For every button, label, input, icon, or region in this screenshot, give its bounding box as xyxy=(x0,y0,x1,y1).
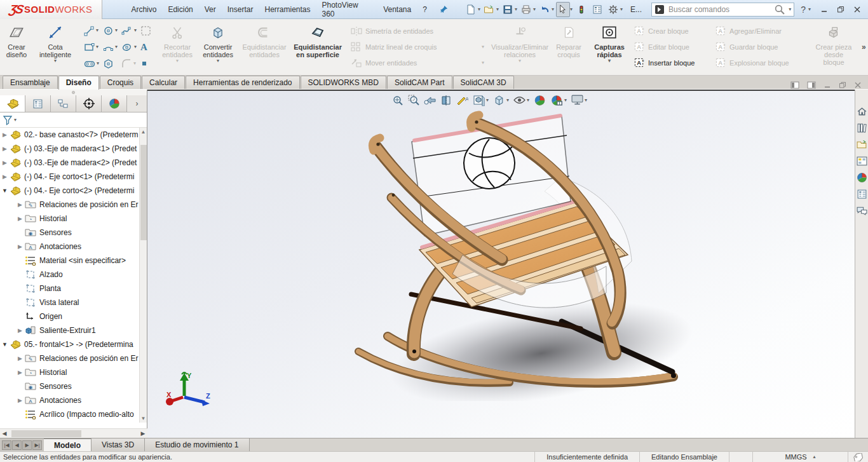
arc-caret[interactable]: ▾ xyxy=(115,44,118,50)
save-button[interactable] xyxy=(501,2,515,17)
tree-expander-icon[interactable]: ▶ xyxy=(15,215,25,222)
search-caret[interactable]: ▾ xyxy=(789,7,791,12)
undo-caret[interactable]: ▾ xyxy=(552,7,554,12)
vscroll-thumb[interactable] xyxy=(140,145,147,240)
propertymanager-tab[interactable] xyxy=(25,95,51,112)
options-gear-button[interactable] xyxy=(606,2,620,17)
filter-funnel-icon[interactable] xyxy=(3,115,13,125)
tab-ensamblaje[interactable]: Ensamblaje xyxy=(3,76,58,89)
appearances-scenes-icon[interactable] xyxy=(857,172,867,183)
undo-button[interactable] xyxy=(538,2,552,17)
text-tool[interactable]: A xyxy=(140,42,147,53)
ellipse-caret[interactable]: ▾ xyxy=(134,44,137,50)
tag-icon[interactable] xyxy=(848,452,868,462)
convertir-entidades-button[interactable]: Convertir entidades ▾ xyxy=(197,19,239,75)
slot-tool[interactable] xyxy=(84,58,95,69)
tree-filter-row[interactable]: ▾ xyxy=(0,112,147,128)
rebuild-traffic-light-button[interactable] xyxy=(574,2,588,17)
tree-expander-icon[interactable]: ▶ xyxy=(0,146,10,152)
tree-expander-icon[interactable]: ▶ xyxy=(0,173,10,180)
scroll-right-icon[interactable]: ▶ xyxy=(139,430,147,437)
first-tab-button[interactable]: |◀ xyxy=(2,440,11,450)
pane-right-icon[interactable] xyxy=(807,81,816,89)
tree-horizontal-scrollbar[interactable]: ◀ ▶ xyxy=(0,428,147,438)
menu-ventana[interactable]: Ventana xyxy=(377,0,417,18)
capturas-rapidas-button[interactable]: Capturas rápidas ▾ xyxy=(590,19,629,75)
line-tool[interactable] xyxy=(84,25,95,36)
units-caret[interactable]: ▴ xyxy=(813,454,816,459)
overflow-item[interactable]: E... xyxy=(625,5,648,14)
polygon-tool[interactable] xyxy=(103,58,114,69)
cradle-3d-model[interactable] xyxy=(351,102,694,401)
tab-modelo[interactable]: Modelo xyxy=(44,438,92,451)
close-button[interactable] xyxy=(849,3,865,17)
minimize-button[interactable] xyxy=(816,3,832,17)
forum-icon[interactable] xyxy=(857,205,867,216)
units-selector[interactable]: MMGS ▴ xyxy=(752,452,848,462)
pin-menu-icon[interactable] xyxy=(439,4,449,14)
help-icon[interactable]: ? xyxy=(798,0,808,18)
tree-expander-icon[interactable]: ▼ xyxy=(0,187,10,194)
tree-item[interactable]: ▶AAnotaciones xyxy=(0,240,140,254)
graphics-viewport[interactable]: A ▾ ▾ ▾ ▾ ▾ xyxy=(147,90,855,438)
tree-item[interactable]: Origen xyxy=(0,309,140,323)
panel-splitter[interactable] xyxy=(0,90,147,95)
tab-solidcam-3d[interactable]: SolidCAM 3D xyxy=(453,76,514,89)
tree-item[interactable]: ◉Sensores xyxy=(0,226,140,240)
equidistanciar-superficie-button[interactable]: Equidistanciar en superficie xyxy=(290,19,346,75)
arc-tool[interactable] xyxy=(103,42,114,53)
tree-item[interactable]: ▶02.- base canasto<7> (Predeterm xyxy=(0,128,140,142)
save-caret[interactable]: ▾ xyxy=(515,7,517,12)
point-tool[interactable] xyxy=(140,60,148,67)
dimxpertmanager-tab[interactable] xyxy=(76,95,102,112)
scroll-up-icon[interactable]: ▲ xyxy=(141,128,146,136)
cota-caret[interactable]: ▾ xyxy=(54,58,57,64)
tab-calcular[interactable]: Calcular xyxy=(142,76,185,89)
menu-help[interactable]: ? xyxy=(417,0,433,18)
tab-estudio-movimiento[interactable]: Estudio de movimiento 1 xyxy=(145,438,249,451)
tree-item[interactable]: ▶(-) 03.-Eje de madera<1> (Predet xyxy=(0,142,140,156)
help-caret[interactable]: ▾ xyxy=(808,7,811,12)
tab-solidworks-mbd[interactable]: SOLIDWORKS MBD xyxy=(301,76,386,89)
tab-croquis[interactable]: Croquis xyxy=(100,76,141,89)
tree-expander-icon[interactable]: ▶ xyxy=(0,160,10,166)
select-cursor-button[interactable] xyxy=(556,2,570,17)
doc-close-button[interactable] xyxy=(854,81,862,89)
tree-item[interactable]: Alzado xyxy=(0,268,140,282)
tree-expander-icon[interactable]: ▶ xyxy=(15,369,25,376)
doc-restore-button[interactable] xyxy=(839,81,846,89)
tab-vistas-3d[interactable]: Vistas 3D xyxy=(92,438,145,451)
tab-renderizado[interactable]: Herramientas de renderizado xyxy=(186,76,299,89)
menu-edicion[interactable]: Edición xyxy=(162,0,198,18)
tab-diseno[interactable]: Diseño xyxy=(58,76,99,90)
pane-left-icon[interactable] xyxy=(790,81,799,89)
doc-minimize-button[interactable] xyxy=(824,81,831,89)
tree-item[interactable]: ▶(-) 04.- Eje corto<1> (Predetermi xyxy=(0,170,140,184)
open-caret[interactable]: ▾ xyxy=(496,7,499,12)
panel-tabs-expand-icon[interactable]: › xyxy=(127,95,147,112)
view-palette-icon[interactable] xyxy=(857,156,867,166)
tree-item[interactable]: ◉Sensores xyxy=(0,379,140,393)
tree-item[interactable]: ▶✎Relaciones de posición en Er xyxy=(0,198,140,212)
featuremanager-tab[interactable] xyxy=(0,95,25,112)
home-icon[interactable] xyxy=(857,106,867,117)
tab-solidcam-part[interactable]: SolidCAM Part xyxy=(387,76,452,89)
menu-photoview[interactable]: PhotoView 360 xyxy=(316,0,378,18)
tree-item[interactable]: ▶✎Relaciones de posición en Er xyxy=(0,351,140,365)
tree-expander-icon[interactable]: ▶ xyxy=(15,327,25,334)
scroll-left-icon[interactable]: ◀ xyxy=(0,430,9,437)
filter-caret[interactable]: ▾ xyxy=(14,118,17,123)
cota-inteligente-button[interactable]: Cota inteligente ▾ xyxy=(33,19,78,75)
circle-caret[interactable]: ▾ xyxy=(115,28,118,33)
document-properties-button[interactable] xyxy=(590,2,604,17)
tree-item[interactable]: ▶AAnotaciones xyxy=(0,393,140,407)
tree-item[interactable]: ▶Saliente-Extruir1 xyxy=(0,323,140,337)
convertir-caret[interactable]: ▾ xyxy=(217,58,219,64)
menu-insertar[interactable]: Insertar xyxy=(222,0,259,18)
capturas-caret[interactable]: ▾ xyxy=(608,58,611,64)
tree-item[interactable]: Acrílico (Impacto medio-alto xyxy=(0,407,140,421)
ribbon-expand-chevron[interactable]: » xyxy=(857,19,868,75)
tree-expander-icon[interactable]: ▶ xyxy=(15,243,25,250)
tree-item[interactable]: ▼(-) 04.- Eje corto<2> (Predetermi xyxy=(0,184,140,198)
circle-tool[interactable] xyxy=(103,25,114,36)
